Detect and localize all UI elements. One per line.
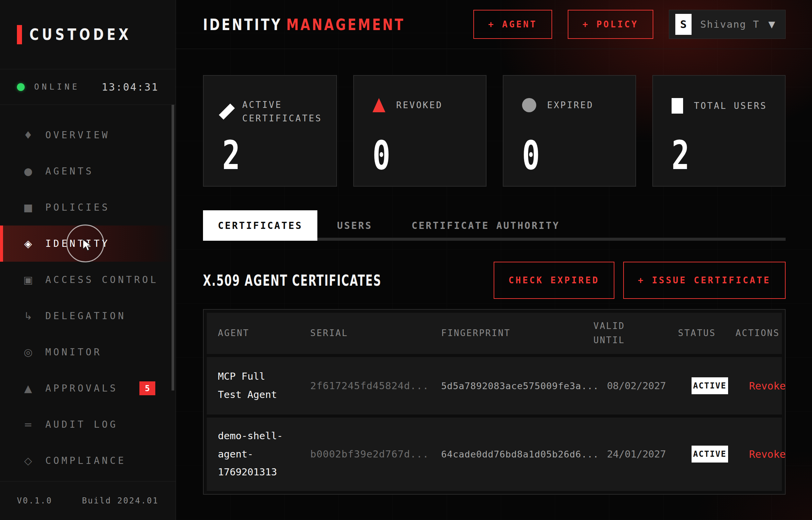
certificate-fingerprint: 64cade0dd76bd8a1d05b26d6... — [441, 449, 607, 459]
valid-until-date: 08/02/2027 — [607, 380, 692, 392]
brand-accent-bar — [17, 25, 22, 44]
stat-label: REVOKED — [396, 98, 443, 112]
certificate-fingerprint: 5d5a7892083ace575009fe3a... — [441, 381, 607, 391]
stat-card-revoked: REVOKED 0 — [353, 75, 487, 187]
table-row: MCP Full Test Agent 2f617245fd45824d... … — [207, 357, 782, 415]
check-expired-button[interactable]: CHECK EXPIRED — [494, 262, 614, 299]
revoke-link[interactable]: Revoke — [749, 448, 786, 460]
square-icon: ■ — [21, 202, 35, 213]
stat-label: ACTIVE CERTIFICATES — [242, 98, 320, 125]
user-menu[interactable]: S Shivang T ▼ — [669, 10, 786, 39]
circle-icon — [522, 98, 536, 112]
agent-name: demo-shell-agent-1769201313 — [218, 427, 292, 481]
table-row: demo-shell-agent-1769201313 b0002bf39e2d… — [207, 418, 782, 491]
sidebar: CUSTODEX ONLINE 13:04:31 ♦ OVERVIEW ● AG… — [0, 0, 176, 520]
tab-users[interactable]: USERS — [317, 210, 392, 241]
approvals-count-badge: 5 — [139, 381, 155, 395]
sidebar-item-compliance[interactable]: ◇ COMPLIANCE — [0, 443, 176, 479]
section-title: X.509 AGENT CERTIFICATES — [203, 272, 382, 289]
valid-until-date: 24/01/2027 — [607, 448, 692, 460]
tab-certificate-authority[interactable]: CERTIFICATE AUTHORITY — [392, 210, 580, 241]
stat-value: 2 — [672, 135, 690, 175]
brand-name: CUSTODEX — [29, 25, 132, 44]
stat-value: 2 — [222, 135, 240, 175]
clock: 13:04:31 — [102, 81, 159, 93]
stat-label: EXPIRED — [547, 98, 594, 112]
column-header-valid-until: VALID UNTIL — [593, 319, 641, 347]
certificate-serial: b0002bf39e2d767d... — [310, 448, 441, 460]
diamond-dot-icon: ◈ — [21, 238, 35, 250]
tab-certificates[interactable]: CERTIFICATES — [203, 210, 317, 241]
sidebar-item-delegation[interactable]: ↳ DELEGATION — [0, 298, 176, 334]
add-policy-button[interactable]: + POLICY — [568, 10, 653, 39]
status-bar: ONLINE 13:04:31 — [0, 69, 176, 105]
triangle-icon — [373, 98, 385, 112]
triangle-icon: ▲ — [21, 382, 35, 394]
branch-arrow-icon: ↳ — [21, 310, 35, 322]
chevron-down-icon: ▼ — [768, 19, 775, 29]
column-header-fingerprint: FINGERPRINT — [441, 326, 593, 340]
sidebar-item-agents[interactable]: ● AGENTS — [0, 153, 176, 189]
sidebar-item-monitor[interactable]: ◎ MONITOR — [0, 334, 176, 370]
online-status-icon — [17, 83, 25, 91]
column-header-actions: ACTIONS — [736, 326, 788, 340]
add-agent-button[interactable]: + AGENT — [473, 10, 552, 39]
certificates-table: AGENT SERIAL FINGERPRINT VALID UNTIL STA… — [203, 309, 786, 495]
agent-name: MCP Full Test Agent — [218, 368, 292, 404]
stat-card-active-certificates: ACTIVE CERTIFICATES 2 — [203, 75, 337, 187]
diamond-icon: ♦ — [21, 129, 35, 141]
certificate-serial: 2f617245fd45824d... — [310, 380, 441, 392]
stat-card-expired: EXPIRED 0 — [503, 75, 636, 187]
bullseye-icon: ◎ — [21, 346, 35, 358]
stat-cards: ACTIVE CERTIFICATES 2 REVOKED 0 EXPIRED — [203, 75, 786, 187]
status-badge: ACTIVE — [692, 446, 728, 463]
sidebar-nav: ♦ OVERVIEW ● AGENTS ■ POLICIES ◈ IDENTIT… — [0, 105, 176, 481]
main-content: IDENTITYMANAGEMENT + AGENT + POLICY S Sh… — [176, 0, 812, 520]
column-header-status: STATUS — [678, 326, 736, 340]
certificates-section-header: X.509 AGENT CERTIFICATES CHECK EXPIRED +… — [203, 262, 786, 299]
diamond-icon — [219, 104, 235, 120]
app-version: V0.1.0 — [17, 496, 52, 505]
section-actions: CHECK EXPIRED + ISSUE CERTIFICATE — [494, 262, 786, 299]
avatar: S — [675, 14, 692, 35]
stat-label: TOTAL USERS — [694, 99, 767, 113]
table-header-row: AGENT SERIAL FINGERPRINT VALID UNTIL STA… — [207, 313, 782, 354]
sidebar-item-access-control[interactable]: ▣ ACCESS CONTROL — [0, 262, 176, 298]
stat-card-total-users: TOTAL USERS 2 — [652, 75, 786, 187]
app-build: Build 2024.01 — [82, 496, 159, 505]
revoke-link[interactable]: Revoke — [749, 380, 786, 392]
page-title: IDENTITYMANAGEMENT — [203, 15, 405, 34]
page-header: IDENTITYMANAGEMENT + AGENT + POLICY S Sh… — [176, 0, 812, 49]
square-icon — [672, 98, 683, 114]
tab-bar: CERTIFICATES USERS CERTIFICATE AUTHORITY — [203, 210, 786, 241]
stat-value: 0 — [373, 135, 390, 175]
column-header-serial: SERIAL — [310, 326, 441, 340]
status-badge: ACTIVE — [692, 377, 728, 394]
square-dot-icon: ▣ — [21, 274, 35, 286]
sidebar-item-approvals[interactable]: ▲ APPROVALS 5 — [0, 370, 176, 406]
online-status-label: ONLINE — [34, 82, 80, 92]
sidebar-item-policies[interactable]: ■ POLICIES — [0, 189, 176, 226]
issue-certificate-button[interactable]: + ISSUE CERTIFICATE — [623, 262, 786, 299]
column-header-agent: AGENT — [218, 326, 310, 340]
circle-icon: ● — [21, 165, 35, 177]
header-actions: + AGENT + POLICY S Shivang T ▼ — [473, 10, 786, 39]
sidebar-footer: V0.1.0 Build 2024.01 — [0, 481, 176, 520]
sidebar-item-overview[interactable]: ♦ OVERVIEW — [0, 117, 176, 153]
brand-logo: CUSTODEX — [0, 0, 176, 69]
diamond-outline-icon: ◇ — [21, 455, 35, 467]
equals-icon: = — [21, 419, 35, 430]
user-name: Shivang T — [700, 19, 760, 30]
sidebar-item-identity[interactable]: ◈ IDENTITY — [0, 226, 176, 262]
sidebar-item-audit-log[interactable]: = AUDIT LOG — [0, 406, 176, 443]
sidebar-scrollbar[interactable] — [172, 105, 174, 391]
app-root: CUSTODEX ONLINE 13:04:31 ♦ OVERVIEW ● AG… — [0, 0, 812, 520]
stat-value: 0 — [522, 135, 540, 175]
